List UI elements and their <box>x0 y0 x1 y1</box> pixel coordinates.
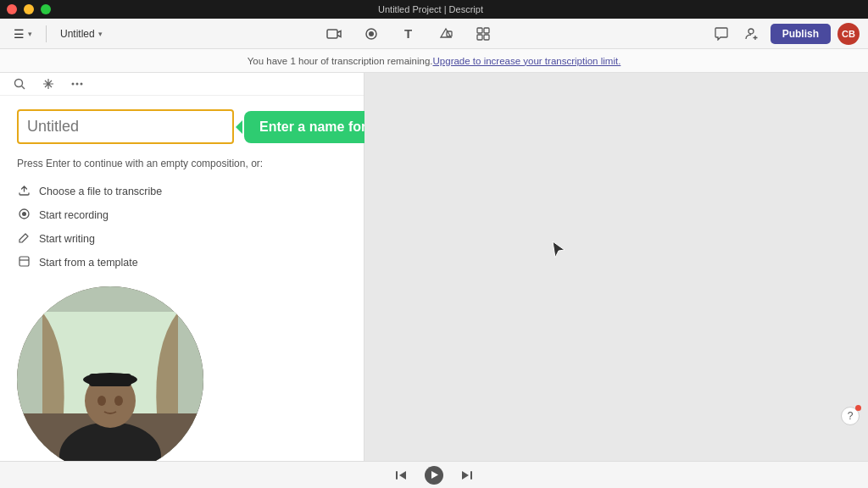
content-area: Enter a name for your project Press Ente… <box>0 96 364 486</box>
add-user-icon <box>745 27 759 41</box>
start-recording-label: Start recording <box>39 209 108 221</box>
canvas-area[interactable] <box>364 73 868 461</box>
svg-rect-16 <box>19 257 29 266</box>
sparkle-button[interactable] <box>37 73 59 95</box>
svg-point-11 <box>72 83 75 86</box>
subtitle-text: Press Enter to continue with an empty co… <box>17 158 347 169</box>
search-icon <box>14 78 25 90</box>
hamburger-icon: ☰ <box>14 27 25 41</box>
sub-toolbar <box>0 73 364 96</box>
video-thumb-inner <box>17 286 203 473</box>
minimize-button[interactable] <box>24 4 34 14</box>
more-options-button[interactable] <box>66 73 88 95</box>
svg-point-12 <box>76 83 79 86</box>
start-template-option[interactable]: Start from a template <box>17 256 347 269</box>
svg-rect-6 <box>477 35 482 40</box>
help-notification-dot <box>855 405 861 411</box>
close-button[interactable] <box>7 4 17 14</box>
pencil-icon <box>17 232 31 246</box>
text-icon: T <box>404 26 412 41</box>
start-recording-option[interactable]: Start recording <box>17 208 347 222</box>
svg-rect-7 <box>484 35 489 40</box>
grid-icon <box>476 27 490 41</box>
arrow-cursor <box>551 240 566 258</box>
text-tool-button[interactable]: T <box>397 22 420 46</box>
project-name-input[interactable] <box>17 109 234 144</box>
options-list: Choose a file to transcribe Start record… <box>17 185 347 269</box>
publish-button[interactable]: Publish <box>771 24 831 44</box>
project-name-label: Untitled <box>60 28 95 40</box>
sparkle-icon <box>42 78 54 90</box>
svg-rect-28 <box>396 471 398 480</box>
share-button[interactable] <box>740 22 764 46</box>
svg-point-15 <box>22 212 26 216</box>
cursor-icon <box>551 240 566 261</box>
svg-line-10 <box>22 86 25 90</box>
svg-point-27 <box>114 396 123 406</box>
start-writing-label: Start writing <box>39 233 95 245</box>
choose-file-option[interactable]: Choose a file to transcribe <box>17 185 347 198</box>
skip-forward-button[interactable] <box>457 465 477 485</box>
grid-tool-button[interactable] <box>471 22 495 46</box>
svg-rect-29 <box>470 471 472 480</box>
notif-text: You have 1 hour of transcription remaini… <box>248 56 433 66</box>
hamburger-menu[interactable]: ☰ ▾ <box>8 24 37 44</box>
bottom-bar <box>0 461 868 488</box>
svg-rect-0 <box>327 30 337 38</box>
window-controls[interactable] <box>7 4 51 14</box>
record-icon <box>364 27 378 41</box>
play-icon <box>430 470 438 480</box>
right-panel: ? <box>364 73 868 461</box>
project-name-menu[interactable]: Untitled ▾ <box>55 25 108 43</box>
menubar-right: Publish CB <box>709 22 860 46</box>
camera-tool-button[interactable] <box>322 22 346 46</box>
menubar-left: ☰ ▾ Untitled ▾ <box>8 24 108 44</box>
svg-point-2 <box>369 31 374 36</box>
maximize-button[interactable] <box>41 4 51 14</box>
notification-bar: You have 1 hour of transcription remaini… <box>0 49 868 73</box>
help-button-container: ? <box>841 407 860 425</box>
comment-button[interactable] <box>709 22 733 46</box>
help-wrapper: ? <box>841 407 860 425</box>
toolbar-center: T <box>114 22 703 46</box>
shapes-tool-button[interactable] <box>434 22 458 46</box>
svg-point-13 <box>81 83 83 86</box>
project-name-row: Enter a name for your project <box>17 109 347 144</box>
start-template-label: Start from a template <box>39 257 138 269</box>
main-area: Enter a name for your project Press Ente… <box>0 73 868 461</box>
left-panel: Enter a name for your project Press Ente… <box>0 73 364 461</box>
record-circle-icon <box>17 208 31 222</box>
svg-rect-4 <box>477 28 482 33</box>
project-chevron: ▾ <box>98 30 103 38</box>
choose-file-label: Choose a file to transcribe <box>39 186 162 197</box>
skip-forward-icon <box>461 469 473 481</box>
comment-icon <box>715 27 728 41</box>
search-button[interactable] <box>8 73 31 95</box>
divider <box>46 25 47 42</box>
shapes-icon <box>439 27 453 41</box>
menu-chevron: ▾ <box>28 30 32 38</box>
avatar[interactable]: CB <box>837 23 860 45</box>
svg-rect-5 <box>484 28 489 33</box>
titlebar: Untitled Project | Descript <box>0 0 868 19</box>
video-thumbnail-container <box>17 286 347 473</box>
upload-icon <box>17 185 31 198</box>
camera-icon <box>326 26 342 42</box>
svg-point-8 <box>748 29 754 34</box>
menubar: ☰ ▾ Untitled ▾ T <box>0 19 868 49</box>
record-tool-button[interactable] <box>359 22 383 46</box>
notif-link[interactable]: Upgrade to increase your transcription l… <box>433 56 621 66</box>
play-button[interactable] <box>425 466 443 485</box>
start-writing-option[interactable]: Start writing <box>17 232 347 246</box>
person-illustration <box>17 286 203 473</box>
template-icon <box>17 256 31 269</box>
video-thumbnail <box>17 286 203 473</box>
svg-point-26 <box>97 396 106 406</box>
more-icon <box>71 82 83 86</box>
player-bar <box>0 461 868 488</box>
skip-back-icon <box>395 469 407 481</box>
svg-rect-25 <box>89 374 131 386</box>
skip-back-button[interactable] <box>391 465 411 485</box>
window-title: Untitled Project | Descript <box>51 4 810 14</box>
svg-point-9 <box>15 80 23 87</box>
